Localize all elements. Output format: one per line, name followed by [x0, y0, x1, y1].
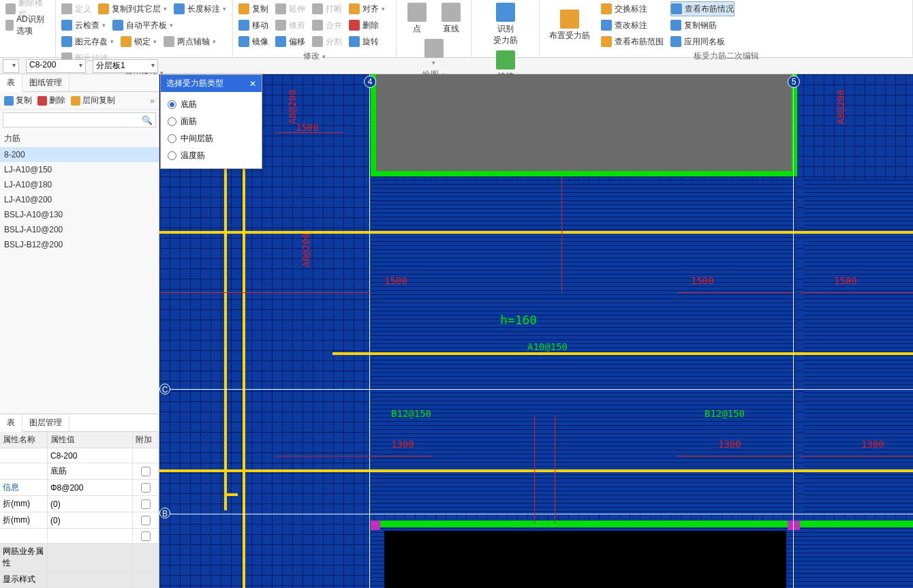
- prop-name: [0, 448, 48, 463]
- sel-empty[interactable]: [3, 59, 19, 73]
- list-item[interactable]: 8-200: [0, 147, 159, 162]
- prop-value[interactable]: [48, 529, 133, 544]
- sel-rebar[interactable]: C8-200: [26, 59, 86, 73]
- btn-edit-mark[interactable]: 查改标注: [601, 18, 664, 33]
- btn-view-layout[interactable]: 查看布筋情况: [670, 1, 734, 16]
- prop-name: 网筋业务属性: [0, 544, 48, 572]
- btn-break[interactable]: 打断: [312, 1, 342, 16]
- search-box[interactable]: 🔍: [3, 112, 156, 127]
- tab-drawing[interactable]: 图纸管理: [22, 74, 69, 91]
- point-icon: [407, 3, 427, 22]
- btn-define[interactable]: 定义: [61, 1, 91, 16]
- btn-2pt[interactable]: 两点辅轴▾: [164, 34, 216, 49]
- label-a10: A10@150: [527, 341, 568, 352]
- btn-merge[interactable]: 合并: [312, 18, 342, 33]
- copy3-icon: [670, 20, 681, 31]
- prop-value[interactable]: (0): [48, 496, 133, 512]
- copy-icon: [4, 96, 14, 106]
- search-icon[interactable]: 🔍: [142, 115, 153, 125]
- axis-marker: C: [159, 384, 170, 394]
- btn-offset[interactable]: 偏移: [275, 34, 305, 49]
- radio-option[interactable]: 面筋: [168, 113, 255, 130]
- btn-del[interactable]: 删除: [349, 18, 379, 33]
- tb-copy[interactable]: 复制: [4, 95, 32, 106]
- axis-marker: 5: [788, 76, 800, 88]
- btn-split[interactable]: 分割: [312, 34, 342, 49]
- btn-layout-rebar[interactable]: 布置受力筋: [545, 1, 594, 49]
- btn-point[interactable]: 点: [403, 1, 431, 36]
- btn-more-draw[interactable]: ▾: [420, 37, 448, 67]
- btn-view-range[interactable]: 查看布筋范围: [601, 34, 664, 49]
- btn-copy[interactable]: 复制: [238, 1, 268, 16]
- prop-value[interactable]: C8-200: [48, 448, 133, 463]
- checkbox[interactable]: [141, 531, 151, 541]
- top-tabs: 表 图纸管理: [0, 74, 159, 92]
- btn-autoalign[interactable]: 自动平齐板▾: [112, 18, 173, 33]
- tb-more[interactable]: »: [150, 96, 155, 106]
- prop-name: [0, 463, 48, 480]
- btn-copy-rebar[interactable]: 复制钢筋: [670, 18, 734, 33]
- btn-line[interactable]: 直线: [437, 1, 465, 36]
- list-item[interactable]: BSLJ-A10@130: [0, 207, 159, 222]
- btn-rec-rebar[interactable]: 识别 受力筋: [489, 1, 522, 48]
- prop-value[interactable]: [48, 572, 133, 588]
- align2-icon: [349, 3, 360, 14]
- list-item[interactable]: LJ-A10@180: [0, 177, 159, 192]
- swap-icon: [601, 3, 612, 14]
- btn-move[interactable]: 移动: [238, 18, 268, 33]
- btn-trim[interactable]: 修剪: [275, 18, 305, 33]
- checkbox[interactable]: [141, 499, 151, 509]
- btn-swap-mark[interactable]: 交换标注: [601, 1, 664, 16]
- list-item[interactable]: BSLJ-B12@200: [0, 237, 159, 252]
- list-item[interactable]: LJ-A10@200: [0, 192, 159, 207]
- prop-name: 折(mm): [0, 496, 48, 512]
- popup-titlebar[interactable]: 选择受力筋类型 ✕: [161, 75, 262, 92]
- checkbox[interactable]: [141, 483, 151, 493]
- prop-extra: [133, 448, 159, 463]
- radio-icon: [168, 117, 176, 126]
- radio-option[interactable]: 温度筋: [168, 147, 255, 164]
- prop-name: [0, 529, 48, 544]
- btn-mirror[interactable]: 镜像: [238, 34, 268, 49]
- drawing-canvas[interactable]: h=160 A10@150 B12@150 B12@150 1500 1500 …: [159, 74, 913, 588]
- tb-del[interactable]: 删除: [37, 95, 65, 106]
- btn-apply-same[interactable]: 应用同名板: [670, 34, 734, 49]
- save-icon: [61, 36, 72, 47]
- prop-value[interactable]: (0): [48, 512, 133, 529]
- checkbox[interactable]: [141, 516, 151, 525]
- prop-value[interactable]: 底筋: [48, 463, 133, 480]
- btn-copylayer[interactable]: 复制到其它层▾: [98, 1, 167, 16]
- btn-ad-opts[interactable]: AD识别选项: [5, 18, 50, 33]
- btn-extend[interactable]: 延伸: [275, 1, 305, 16]
- range-icon: [601, 36, 612, 47]
- btn-save[interactable]: 图元存盘▾: [61, 34, 114, 49]
- checkbox[interactable]: [141, 467, 151, 476]
- btn-rotate[interactable]: 旋转: [349, 34, 379, 49]
- apply-icon: [670, 36, 681, 47]
- btn-cloud[interactable]: 云检查▾: [61, 18, 106, 33]
- radio-option[interactable]: 底筋: [168, 96, 255, 113]
- tab-list[interactable]: 表: [0, 74, 22, 92]
- cloud-icon: [61, 20, 72, 31]
- prop-value[interactable]: [48, 544, 133, 572]
- btn-align2[interactable]: 对齐▾: [349, 1, 385, 16]
- close-icon[interactable]: ✕: [249, 79, 256, 89]
- sel-layer[interactable]: 分层板1: [93, 59, 158, 73]
- prop-value[interactable]: Φ8@200: [48, 480, 133, 496]
- tab-prop[interactable]: 表: [0, 414, 22, 432]
- split-icon: [312, 36, 323, 47]
- btn-lock[interactable]: 锁定▾: [121, 34, 157, 49]
- tab-layermgr[interactable]: 图层管理: [22, 414, 69, 431]
- prop-name: 显示样式: [0, 572, 48, 588]
- search-input[interactable]: [3, 113, 140, 127]
- tb-layercopy[interactable]: 层间复制: [71, 95, 115, 106]
- delete-icon: [37, 96, 47, 106]
- list-item[interactable]: 力筋: [0, 130, 159, 147]
- col-name: 属性名称: [0, 432, 48, 448]
- list-item[interactable]: LJ-A10@150: [0, 162, 159, 177]
- property-panel: 表 图层管理 属性名称 属性值 附加 C8-200底筋信息Φ8@200折(mm)…: [0, 414, 159, 588]
- dim-1500: 1500: [296, 122, 319, 133]
- list-item[interactable]: BSLJ-A10@200: [0, 222, 159, 237]
- radio-option[interactable]: 中间层筋: [168, 130, 255, 147]
- btn-lenmark[interactable]: 长度标注▾: [174, 1, 226, 16]
